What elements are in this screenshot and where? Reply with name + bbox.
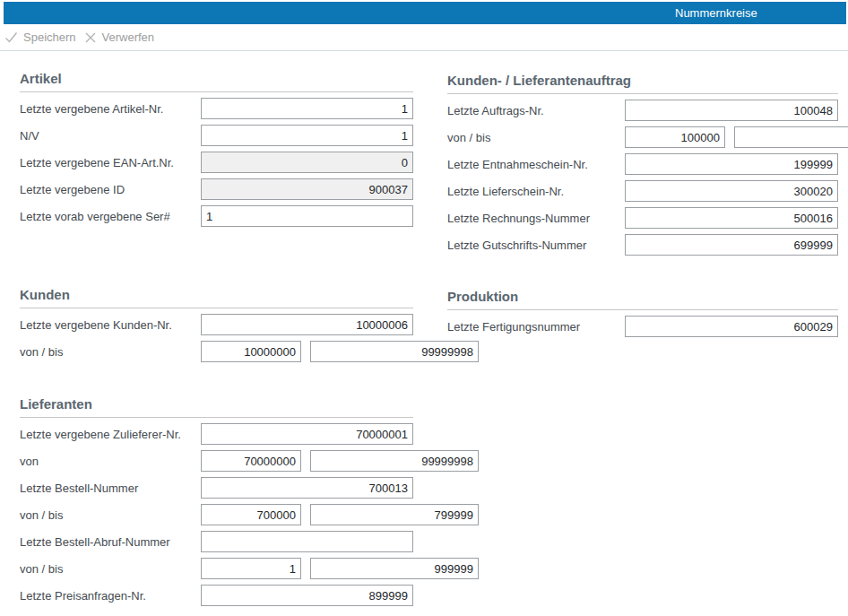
section-produktion: Produktion Letzte Fertigungsnummer bbox=[447, 288, 838, 337]
page-title: Nummernkreise bbox=[675, 2, 757, 24]
field-label: Letzte vergebene Zulieferer-Nr. bbox=[20, 428, 201, 441]
section-title-lieferanten: Lieferanten bbox=[20, 395, 413, 418]
auftrag-von-field[interactable] bbox=[625, 126, 725, 148]
section-kunden: Kunden Letzte vergebene Kunden-Nr. von /… bbox=[20, 286, 413, 362]
discard-button[interactable]: Verwerfen bbox=[84, 30, 163, 44]
section-title-kunden: Kunden bbox=[20, 286, 413, 308]
ser-nr-field[interactable] bbox=[201, 205, 413, 227]
field-label: von / bis bbox=[20, 508, 201, 522]
field-label: von / bis bbox=[20, 345, 201, 359]
ean-art-nr-field bbox=[201, 152, 413, 173]
save-button-label: Speichern bbox=[23, 30, 76, 44]
field-label: Letzte vergebene ID bbox=[20, 183, 201, 196]
nummernkreise-window: Nummernkreise Speichern Verwerfen Artike… bbox=[0, 0, 848, 616]
range-pair bbox=[201, 450, 413, 472]
field-label: von / bis bbox=[20, 562, 201, 576]
field-label: Letzte vergebene Kunden-Nr. bbox=[20, 318, 201, 332]
form-row: Letzte Bestell-Abruf-Nummer bbox=[20, 531, 413, 552]
zulieferer-bis-field[interactable] bbox=[310, 450, 479, 472]
form-row: Letzte vergebene ID bbox=[20, 178, 413, 200]
zulieferer-von-field[interactable] bbox=[201, 450, 301, 472]
form-row: Letzte vergebene Artikel-Nr. bbox=[20, 98, 413, 119]
kunden-nr-field[interactable] bbox=[201, 314, 413, 335]
form-row: von / bis bbox=[20, 341, 413, 362]
range-pair bbox=[201, 504, 413, 525]
auftrag-bis-field[interactable] bbox=[734, 126, 848, 148]
entnahmeschein-nr-field[interactable] bbox=[625, 153, 838, 175]
range-pair bbox=[201, 341, 413, 362]
kunden-bis-field[interactable] bbox=[310, 341, 479, 362]
bestell-bis-field[interactable] bbox=[310, 504, 479, 525]
form-row: Letzte Entnahmeschein-Nr. bbox=[447, 153, 838, 175]
form-row: von / bis bbox=[20, 558, 413, 579]
nv-field[interactable] bbox=[201, 125, 413, 146]
fertigungsnummer-field[interactable] bbox=[625, 316, 838, 337]
field-label: Letzte Fertigungsnummer bbox=[447, 320, 625, 334]
field-label: Letzte Bestell-Nummer bbox=[20, 482, 201, 495]
form-row: von / bis bbox=[447, 126, 838, 148]
field-label: Letzte Rechnungs-Nummer bbox=[447, 212, 625, 225]
gutschrifts-nummer-field[interactable] bbox=[625, 234, 838, 256]
auftrags-nr-field[interactable] bbox=[625, 100, 838, 121]
preisanfragen-nr-field[interactable] bbox=[201, 585, 413, 606]
checkmark-icon bbox=[4, 30, 18, 44]
form-row: Letzte Bestell-Nummer bbox=[20, 477, 413, 499]
field-label: Letzte vorab vergebene Ser# bbox=[20, 210, 201, 223]
section-lieferanten: Lieferanten Letzte vergebene Zulieferer-… bbox=[20, 395, 413, 606]
field-label: Letzte Gutschrifts-Nummer bbox=[447, 239, 625, 252]
bestell-abruf-bis-field[interactable] bbox=[310, 558, 479, 579]
field-label: N/V bbox=[20, 129, 201, 143]
form-row: Letzte Lieferschein-Nr. bbox=[447, 180, 838, 202]
field-label: Letzte Bestell-Abruf-Nummer bbox=[20, 535, 201, 549]
form-row: von bbox=[20, 450, 413, 472]
range-pair bbox=[201, 558, 413, 579]
form-row: Letzte Fertigungsnummer bbox=[447, 316, 838, 337]
field-label: Letzte Lieferschein-Nr. bbox=[447, 185, 625, 198]
zulieferer-nr-field[interactable] bbox=[201, 423, 413, 445]
field-label: von bbox=[20, 455, 201, 468]
form-row: Letzte vergebene Kunden-Nr. bbox=[20, 314, 413, 335]
lieferschein-nr-field[interactable] bbox=[625, 180, 838, 202]
form-row: Letzte Rechnungs-Nummer bbox=[447, 207, 838, 229]
bestell-abruf-von-field[interactable] bbox=[201, 558, 301, 579]
field-label: Letzte vergebene EAN-Art.Nr. bbox=[20, 156, 201, 169]
form-row: N/V bbox=[20, 125, 413, 146]
section-artikel: Artikel Letzte vergebene Artikel-Nr. N/V… bbox=[20, 70, 413, 227]
artikel-nr-field[interactable] bbox=[201, 98, 413, 119]
window-title-bar: Nummernkreise bbox=[4, 2, 846, 24]
form-row: Letzte vergebene Zulieferer-Nr. bbox=[20, 423, 413, 445]
section-title-produktion: Produktion bbox=[447, 288, 838, 310]
section-title-artikel: Artikel bbox=[20, 70, 413, 92]
form-row: Letzte vorab vergebene Ser# bbox=[20, 205, 413, 227]
discard-button-label: Verwerfen bbox=[102, 30, 155, 44]
field-label: Letzte Auftrags-Nr. bbox=[447, 104, 625, 117]
field-label: von / bis bbox=[447, 131, 625, 144]
section-title-kundenauftrag: Kunden- / Lieferantenauftrag bbox=[447, 72, 838, 94]
form-row: Letzte Auftrags-Nr. bbox=[447, 100, 838, 121]
toolbar: Speichern Verwerfen bbox=[0, 24, 848, 51]
section-kundenauftrag: Kunden- / Lieferantenauftrag Letzte Auft… bbox=[447, 72, 838, 256]
bestell-von-field[interactable] bbox=[201, 504, 301, 525]
form-row: Letzte vergebene EAN-Art.Nr. bbox=[20, 152, 413, 173]
bestell-abruf-nummer-field[interactable] bbox=[201, 531, 413, 552]
rechnungs-nummer-field[interactable] bbox=[625, 207, 838, 229]
vergebene-id-field bbox=[201, 178, 413, 200]
save-button[interactable]: Speichern bbox=[4, 30, 84, 44]
close-x-icon bbox=[84, 31, 97, 44]
field-label: Letzte Preisanfragen-Nr. bbox=[20, 589, 201, 603]
kunden-von-field[interactable] bbox=[201, 341, 301, 362]
form-row: Letzte Preisanfragen-Nr. bbox=[20, 585, 413, 606]
field-label: Letzte Entnahmeschein-Nr. bbox=[447, 158, 625, 171]
form-row: Letzte Gutschrifts-Nummer bbox=[447, 234, 838, 256]
range-pair bbox=[625, 126, 838, 148]
form-row: von / bis bbox=[20, 504, 413, 525]
field-label: Letzte vergebene Artikel-Nr. bbox=[20, 102, 201, 116]
bestell-nummer-field[interactable] bbox=[201, 477, 413, 499]
